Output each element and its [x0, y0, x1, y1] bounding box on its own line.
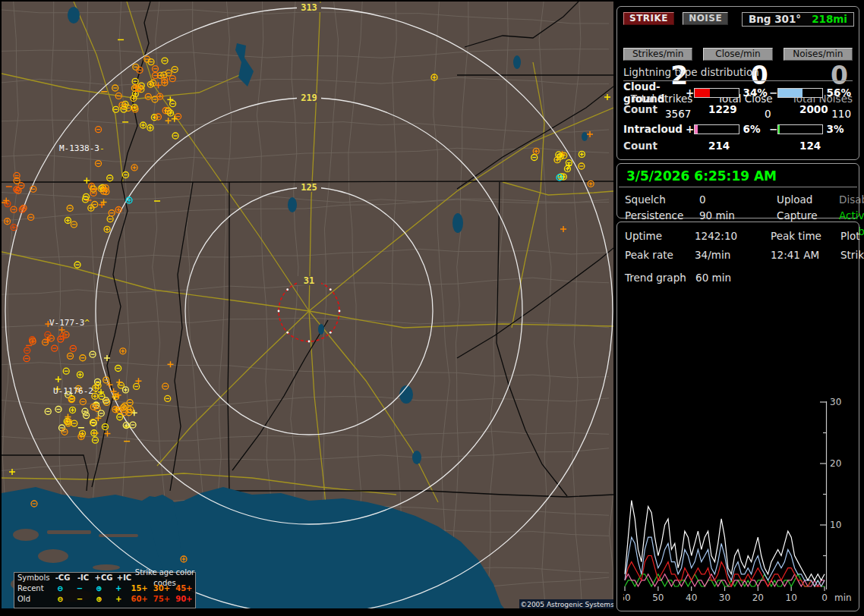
- ic-count-label: Count: [623, 140, 708, 152]
- trend-series: [625, 537, 825, 586]
- legend-strike-symbol: ⊕: [90, 594, 109, 605]
- legend-header-row: Symbols-CG-IC+CG+ICStrike age color code…: [14, 573, 195, 583]
- x-tick-label: 20: [752, 592, 764, 603]
- x-tick-label: 40: [686, 592, 697, 603]
- close-per-min-header[interactable]: Close/min: [703, 48, 772, 61]
- cloud-ground-count-row: Count 1229 2000: [623, 103, 853, 115]
- cg-minus-count: 2000: [799, 103, 828, 115]
- noises-per-min-header[interactable]: Noises/min: [784, 48, 853, 61]
- lightning-map[interactable]: 31321912531M-1338-3-V-177-3^U-1176-2- Sy…: [2, 2, 613, 608]
- upload-state: Disabled: [839, 193, 864, 206]
- bearing-distance: 218mi: [812, 13, 847, 25]
- legend-row: Recent⊖−⊕+15+30+45+: [14, 583, 195, 594]
- x-tick-label: 50: [652, 592, 664, 603]
- legend-row-label: Recent: [14, 583, 51, 594]
- range-ring-label: 219: [301, 93, 317, 103]
- ic-plus-percent: 6%: [743, 123, 769, 135]
- ic-minus-bar: [777, 124, 822, 134]
- x-tick-label: 0: [821, 592, 828, 603]
- plus-sign: +: [686, 123, 694, 135]
- legend-col-header: -IC: [73, 573, 93, 583]
- plus-sign: +: [686, 86, 694, 99]
- peak-time-label: Peak time: [771, 230, 840, 242]
- uptime-value: 1242:10: [695, 230, 771, 242]
- trend-graph-label: Trend graph: [625, 272, 686, 284]
- legend-strike-symbol: +: [109, 594, 128, 605]
- trend-graph-window: 60 min: [695, 272, 731, 284]
- receiver-status-panel: 3/5/2026 6:25:19 AM Squelch 0 Upload Dis…: [616, 163, 859, 218]
- persistence-value: 90 min: [699, 209, 777, 222]
- legend-strike-symbol: +: [109, 583, 128, 594]
- range-ring-label: 31: [304, 275, 314, 286]
- legend-symbols-label: Symbols: [14, 573, 52, 583]
- legend-age-code: 45+: [173, 583, 195, 594]
- ic-plus-bar: [694, 124, 739, 134]
- legend-age-code: 15+: [128, 583, 150, 594]
- intracloud-label: Intracloud: [623, 123, 686, 135]
- x-tick-label: 10: [786, 592, 797, 603]
- cg-minus-percent: 56%: [827, 86, 853, 99]
- session-trend-panel: Uptime 1242:10 Peak time Plot Peak rate …: [616, 222, 859, 611]
- squelch-label: Squelch: [625, 193, 699, 206]
- intracloud-row: Intracloud + 6% − 3%: [623, 123, 853, 135]
- trend-series: [625, 556, 825, 587]
- nexstorm-app-window: 31321912531M-1338-3-V-177-3^U-1176-2- Sy…: [0, 0, 864, 616]
- strikes-per-min-header[interactable]: Strikes/min: [623, 48, 692, 61]
- ic-plus-count: 214: [708, 140, 799, 152]
- plot-label: Plot: [840, 230, 864, 242]
- legend-strike-symbol: −: [70, 594, 90, 605]
- current-datetime: 3/5/2026 6:25:19 AM: [619, 164, 857, 187]
- ic-minus-count: 124: [799, 140, 821, 152]
- trend-graph-chart: 1020306050403020100min: [623, 398, 854, 608]
- x-tick-label: 30: [719, 592, 730, 603]
- cg-plus-count: 1229: [708, 103, 799, 115]
- legend-strike-symbol: −: [70, 583, 90, 594]
- persistence-label: Persistence: [625, 209, 699, 222]
- legend-strike-symbol: ⊕: [90, 583, 109, 594]
- bearing-readout: Bng 301°218mi: [742, 12, 854, 27]
- cg-plus-bar: [694, 88, 739, 98]
- legend-age-code: 75+: [150, 594, 172, 605]
- legend-row-label: Old: [14, 594, 51, 605]
- map-legend: Symbols-CG-IC+CG+ICStrike age color code…: [14, 572, 196, 608]
- lightning-type-distribution: Lightning type distribution Cloud-ground…: [623, 66, 853, 152]
- ic-minus-percent: 3%: [827, 123, 853, 135]
- cloud-ground-label: Cloud-ground: [623, 80, 686, 105]
- capture-state: Active: [839, 209, 864, 222]
- cg-minus-bar: [777, 88, 822, 98]
- map-canvas[interactable]: 31321912531M-1338-3-V-177-3^U-1176-2-: [2, 2, 613, 608]
- station-fix-label: V-177-3^: [49, 318, 90, 328]
- x-axis-unit: min: [834, 592, 852, 603]
- copyright-text: ©2005 Astrogenic Systems: [519, 599, 613, 608]
- strike-toggle-button[interactable]: STRIKE: [623, 12, 674, 25]
- legend-col-header: +CG: [93, 573, 114, 583]
- cg-count-label: Count: [623, 103, 708, 115]
- y-tick-label: 10: [830, 520, 841, 530]
- y-tick-label: 30: [830, 398, 841, 407]
- legend-age-code: 90+: [173, 594, 195, 605]
- upload-label: Upload: [777, 193, 839, 206]
- peak-rate-label: Peak rate: [625, 249, 695, 261]
- squelch-value: 0: [699, 193, 777, 206]
- legend-col-header: -CG: [52, 573, 73, 583]
- noise-toggle-button[interactable]: NOISE: [683, 12, 728, 25]
- legend-strike-symbol: ⊖: [51, 594, 71, 605]
- station-fix-label: U-1176-2-: [53, 386, 99, 396]
- strike-stats-panel: STRIKE NOISE Bng 301°218mi Strikes/min 2…: [616, 6, 859, 160]
- intracloud-count-row: Count 214 124: [623, 140, 853, 152]
- bearing-value: Bng 301°: [749, 13, 801, 25]
- y-tick-label: 20: [830, 458, 841, 469]
- capture-label: Capture: [777, 209, 839, 222]
- range-ring-label: 313: [301, 2, 317, 13]
- peak-time-value: 12:41 AM: [771, 249, 840, 261]
- legend-age-code: 30+: [150, 583, 172, 594]
- cloud-ground-row: Cloud-ground + 34% − 56%: [623, 86, 853, 99]
- minus-sign: −: [769, 123, 777, 135]
- station-fix-label: M-1338-3-: [59, 143, 105, 153]
- legend-strike-symbol: ⊖: [51, 583, 71, 594]
- x-tick-label: 60: [623, 592, 631, 603]
- uptime-label: Uptime: [625, 230, 695, 242]
- legend-age-code: 60+: [128, 594, 150, 605]
- distribution-title: Lightning type distribution: [623, 66, 853, 81]
- plot-mode-value: Strike: [840, 249, 864, 261]
